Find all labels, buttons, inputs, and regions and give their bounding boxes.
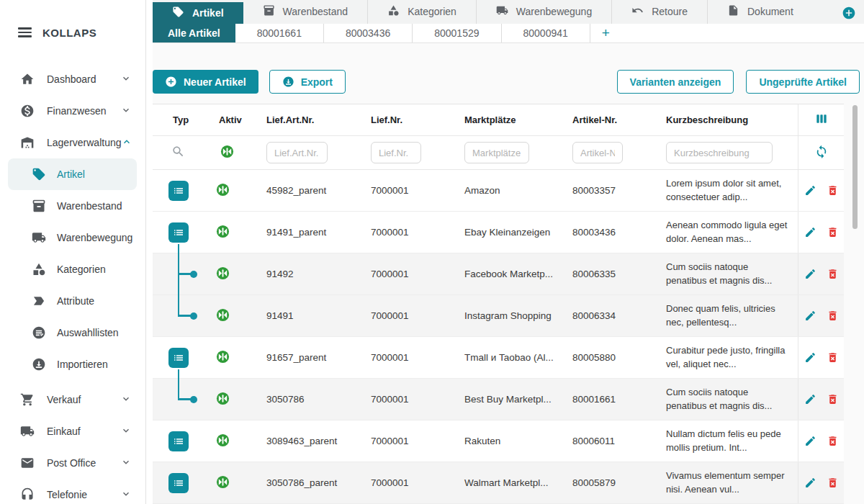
sidebar-item-label: Telefonie [47,489,87,500]
chevron-down-icon [121,426,131,438]
edit-icon[interactable] [804,268,816,280]
sidebar-item-warenbewegung[interactable]: Warenbewegung [0,222,145,253]
cell-lief-nr: 7000001 [358,337,451,378]
sidebar-item-label: Warenbestand [57,200,122,212]
tree-connector [178,369,179,379]
sidebar-item-dashboard[interactable]: Dashboard [0,63,145,95]
table-row: 3050786_parent 7000001 Walmart Marketpl.… [153,462,844,504]
tab-label: Warenbewegung [516,6,592,17]
sidebar-item-verkauf[interactable]: Verkauf [0,384,145,415]
col-header-lief-art-nr: Lief.Art.Nr. [253,104,358,135]
filter-lief-art-nr-input[interactable] [266,142,328,163]
cell-lief-nr: 7000001 [358,420,451,462]
sidebar-item-attribute[interactable]: Attribute [0,285,145,317]
sidebar-item-telefonie[interactable]: Telefonie [0,479,145,504]
sidebar-item-kategorien[interactable]: Kategorien [0,253,145,285]
edit-icon[interactable] [804,393,816,405]
tree-node-dot [190,312,197,320]
table-row: 91657_parent 7000001 Tmall и Taobao (Al.… [153,337,844,379]
table-row: 3089463_parent 7000001 Rakuten 80006011 … [153,420,844,462]
table-filter-row [153,136,844,170]
warehouse-icon [20,135,35,150]
expand-list-button[interactable] [168,431,189,451]
sidebar-item-post-office[interactable]: Post Office [0,447,145,479]
cell-marktplatz: Instagram Shopping [451,295,559,336]
edit-icon[interactable] [804,226,816,238]
menu-icon[interactable] [18,27,32,37]
add-tab-button[interactable] [842,6,856,20]
articles-table: Typ Aktiv Lief.Art.Nr. Lief.Nr. Marktplä… [153,104,844,504]
subtab-80000941[interactable]: 80000941 [501,24,590,42]
filter-marktplaetze-input[interactable] [464,142,529,163]
subtab-80001661[interactable]: 80001661 [235,24,323,42]
home-icon [20,72,35,86]
new-article-button[interactable]: Neuer Artikel [153,70,258,94]
tree-connector [178,244,179,254]
delete-icon[interactable] [827,351,839,364]
refresh-icon[interactable] [814,144,829,161]
sidebar-item-lagerverwaltung[interactable]: Lagerverwaltung [0,127,145,158]
subtab-alle-artikel[interactable]: Alle Artikel [153,24,235,42]
chevron-down-icon [121,457,131,469]
active-filter-toggle-icon[interactable] [220,145,234,161]
unchecked-articles-button[interactable]: Ungeprüfte Artikel [746,70,860,94]
expand-list-button[interactable] [168,473,189,493]
subtab-80001529[interactable]: 80001529 [412,24,500,42]
vertical-scrollbar[interactable] [852,105,858,229]
cell-artikel-nr: 80003357 [559,170,653,211]
cell-artikel-nr: 80003436 [559,212,653,253]
active-status-icon [216,475,230,491]
delete-icon[interactable] [827,226,839,238]
table-row: 91492 7000001 Facebook Marketp... 800063… [153,253,844,295]
tab-warenbewegung[interactable]: Warenbewegung [476,0,611,24]
tab-warenbestand[interactable]: Warenbestand [243,0,368,24]
delete-icon[interactable] [827,268,839,280]
sidebar-item-einkauf[interactable]: Einkauf [0,415,145,447]
delete-icon[interactable] [827,477,839,489]
subtab-label: Alle Artikel [168,27,220,39]
table-row: 91491_parent 7000001 Ebay Kleinanzeigen … [153,212,844,253]
add-article-tab-button[interactable]: + [590,24,621,42]
expand-list-button[interactable] [168,222,189,243]
columns-settings-icon[interactable] [814,112,829,129]
import-circle-icon [32,357,46,372]
delete-icon[interactable] [827,393,839,405]
cell-marktplatz: Ebay Kleinanzeigen [451,212,559,253]
sidebar-item-artikel[interactable]: Artikel [8,158,137,190]
edit-icon[interactable] [804,435,816,447]
sidebar-item-importieren[interactable]: Importieren [0,348,145,380]
edit-icon[interactable] [804,351,816,364]
expand-list-button[interactable] [168,181,189,201]
edit-icon[interactable] [804,310,816,322]
active-status-icon [216,392,230,408]
tab-artikel[interactable]: Artikel [153,2,243,24]
toolbar: Neuer Artikel Export Varianten anzeigen … [153,70,860,94]
delete-icon[interactable] [827,310,839,322]
table-row: 3050786 7000001 Best Buy Marketpl... 800… [153,379,844,420]
sidebar-item-warenbestand[interactable]: Warenbestand [0,190,145,222]
tab-kategorien[interactable]: Kategorien [367,0,476,24]
delete-icon[interactable] [827,435,839,447]
edit-icon[interactable] [804,477,816,489]
search-icon[interactable] [171,145,185,161]
edit-icon[interactable] [804,184,816,197]
cell-kurzbeschreibung: Nullam dictum felis eu pede mollis preti… [653,420,798,462]
sidebar-item-auswahllisten[interactable]: Auswahllisten [0,317,145,348]
cell-marktplatz: Facebook Marketp... [451,253,559,294]
delete-icon[interactable] [827,184,839,197]
expand-list-button[interactable] [168,348,189,368]
filter-lief-nr-input[interactable] [371,142,421,163]
filter-artikel-nr-input[interactable] [572,142,623,163]
col-header-typ: Typ [153,104,203,135]
subtab-80003436[interactable]: 80003436 [323,24,412,42]
tab-dokument[interactable]: Dokument [707,0,813,24]
export-button[interactable]: Export [269,70,346,94]
tab-retoure[interactable]: Retoure [611,0,707,24]
filter-kurzbeschreibung-input[interactable] [666,142,773,163]
show-variants-button[interactable]: Varianten anzeigen [617,70,734,94]
sidebar-item-label: Finanzwesen [47,105,107,117]
headset-icon [20,487,35,502]
sidebar-item-label: Artikel [57,168,85,180]
sidebar-item-finanzwesen[interactable]: Finanzwesen [0,95,145,127]
cell-marktplatz: Tmall и Taobao (Al... [451,337,559,378]
